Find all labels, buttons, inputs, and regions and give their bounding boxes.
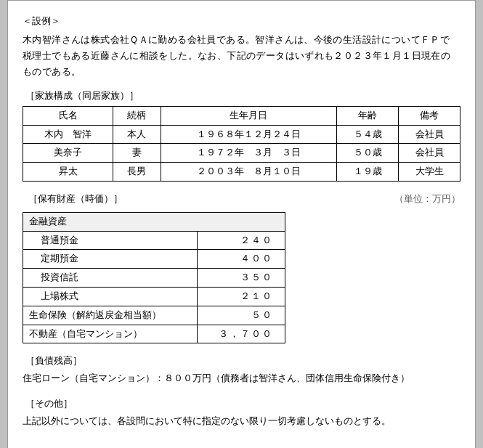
intro-line3: ものである。 <box>23 66 81 77</box>
cell-note: 会社員 <box>399 144 460 163</box>
table-row: 昇太長男２００３年 ８月１０日１９歳大学生 <box>23 163 460 182</box>
family-table-header-row: 氏名 続柄 生年月日 年齢 備考 <box>23 106 460 125</box>
page-container: ＜設例＞ 木内智洋さんは株式会社ＱＡに勤める会社員である。智洋さんは、今後の生活… <box>7 0 476 448</box>
intro-line2: 税理士でもある近藤さんに相談をした。なお、下記のデータはいずれも２０２３年１月１… <box>23 50 450 61</box>
family-section: ［家族構成（同居家族）］ 氏名 続柄 生年月日 年齢 備考 木内 智洋本人１９６… <box>23 89 460 182</box>
assets-header: ［保有財産（時価）］ （単位：万円） <box>25 192 460 209</box>
cell-name: 木内 智洋 <box>23 125 113 144</box>
cell-name: 昇太 <box>23 163 113 182</box>
cell-age: ５０歳 <box>337 144 399 163</box>
table-row: 生命保険（解約返戻金相当額）５０ <box>23 306 285 325</box>
table-row: 定期預金４００ <box>23 250 285 269</box>
cell-relation: 妻 <box>113 144 161 163</box>
cell-label: 上場株式 <box>23 288 198 306</box>
cell-amount: ２１０ <box>198 288 285 306</box>
cell-birthdate: ２００３年 ８月１０日 <box>161 163 337 182</box>
table-row: 上場株式２１０ <box>23 288 285 306</box>
cell-amount: ３，７００ <box>198 325 285 343</box>
intro-text: 木内智洋さんは株式会社ＱＡに勤める会社員である。智洋さんは、今後の生活設計につい… <box>23 32 460 80</box>
cell-label: 投資信託 <box>23 269 198 288</box>
cell-birthdate: １９６８年１２月２４日 <box>161 125 337 144</box>
cell-category: 金融資産 <box>23 212 285 231</box>
col-name: 氏名 <box>23 106 113 125</box>
assets-section: ［保有財産（時価）］ （単位：万円） 金融資産普通預金２４０定期預金４００投資信… <box>23 192 460 343</box>
cell-amount: ４００ <box>198 250 285 269</box>
example-label: ＜設例＞ <box>23 14 460 29</box>
table-row: 美奈子妻１９７２年 ３月 ３日５０歳会社員 <box>23 144 460 163</box>
intro-line1: 木内智洋さんは株式会社ＱＡに勤める会社員である。智洋さんは、今後の生活設計につい… <box>23 34 450 45</box>
cell-label: 不動産（自宅マンション） <box>23 325 198 343</box>
cell-note: 会社員 <box>399 125 460 144</box>
table-row: 不動産（自宅マンション）３，７００ <box>23 325 285 343</box>
table-row: 木内 智洋本人１９６８年１２月２４日５４歳会社員 <box>23 125 460 144</box>
cell-note: 大学生 <box>399 163 460 182</box>
col-age: 年齢 <box>337 106 399 125</box>
other-text: 上記以外については、各設問において特に指定のない限り一切考慮しないものとする。 <box>23 414 460 429</box>
cell-relation: 長男 <box>113 163 161 182</box>
assets-unit: （単位：万円） <box>394 192 460 207</box>
table-row: 投資信託３５０ <box>23 269 285 288</box>
col-relation: 続柄 <box>113 106 161 125</box>
cell-birthdate: １９７２年 ３月 ３日 <box>161 144 337 163</box>
col-note: 備考 <box>399 106 460 125</box>
cell-amount: ５０ <box>198 306 285 325</box>
cell-amount: ３５０ <box>198 269 285 288</box>
cell-relation: 本人 <box>113 125 161 144</box>
cell-label: 生命保険（解約返戻金相当額） <box>23 306 198 325</box>
table-row: 普通預金２４０ <box>23 231 285 250</box>
debt-section-label: ［負債残高］ <box>25 354 82 369</box>
debt-text: 住宅ローン（自宅マンション）：８００万円（債務者は智洋さん、団体信用生命保険付き… <box>23 371 460 386</box>
cell-label: 定期預金 <box>23 250 198 269</box>
assets-section-label: ［保有財産（時価）］ <box>28 192 123 207</box>
table-row: 金融資産 <box>23 212 285 231</box>
cell-age: ５４歳 <box>337 125 399 144</box>
col-birthdate: 生年月日 <box>161 106 337 125</box>
assets-table: 金融資産普通預金２４０定期預金４００投資信託３５０上場株式２１０生命保険（解約返… <box>23 212 285 344</box>
other-section: ［その他］ 上記以外については、各設問において特に指定のない限り一切考慮しないも… <box>23 396 460 429</box>
debt-section: ［負債残高］ 住宅ローン（自宅マンション）：８００万円（債務者は智洋さん、団体信… <box>23 354 460 386</box>
cell-amount: ２４０ <box>198 231 285 250</box>
cell-name: 美奈子 <box>23 144 113 163</box>
cell-label: 普通預金 <box>23 231 198 250</box>
other-section-label: ［その他］ <box>25 396 73 412</box>
family-table: 氏名 続柄 生年月日 年齢 備考 木内 智洋本人１９６８年１２月２４日５４歳会社… <box>23 106 460 182</box>
family-section-label: ［家族構成（同居家族）］ <box>25 89 139 104</box>
cell-age: １９歳 <box>337 163 399 182</box>
